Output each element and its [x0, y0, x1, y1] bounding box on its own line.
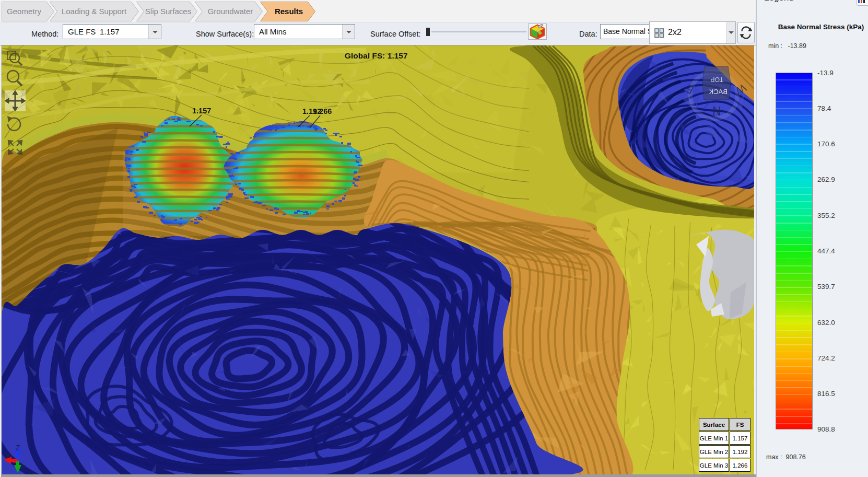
svg-text:1.157: 1.157: [192, 107, 211, 115]
svg-text:Global FS: 1.157: Global FS: 1.157: [345, 51, 408, 60]
svg-text:Y: Y: [21, 463, 26, 472]
svg-text:N: N: [712, 104, 721, 118]
svg-text:TOP: TOP: [711, 76, 723, 83]
svg-text:X: X: [5, 451, 10, 460]
svg-text:Groundwater: Groundwater: [208, 7, 253, 16]
svg-text:Loading & Support: Loading & Support: [62, 7, 127, 16]
svg-text:Z: Z: [16, 444, 20, 452]
svg-text:Geometry: Geometry: [7, 7, 41, 16]
svg-text:Results: Results: [275, 7, 303, 16]
svg-text:BACK: BACK: [709, 88, 728, 96]
svg-text:Slip Surfaces: Slip Surfaces: [145, 7, 191, 16]
svg-text:1.266: 1.266: [313, 107, 332, 115]
